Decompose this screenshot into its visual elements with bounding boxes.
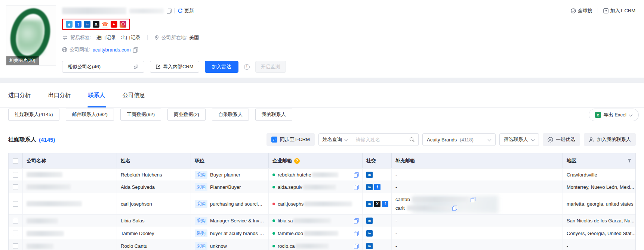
search-icon[interactable]: [409, 137, 415, 142]
linkedin-icon[interactable]: in: [366, 243, 373, 249]
subtab-我的联系人[interactable]: 我的联系人: [255, 109, 292, 121]
tab-公司信息[interactable]: 公司信息: [123, 83, 145, 107]
search-input[interactable]: [356, 137, 409, 143]
copy-email-icon[interactable]: [354, 185, 358, 190]
linkedin-icon[interactable]: in: [366, 218, 373, 224]
tcrm-icon: [603, 8, 608, 13]
x-icon[interactable]: X: [93, 21, 99, 28]
refresh-button[interactable]: 更新: [178, 7, 194, 14]
subtab-邮件联系人[interactable]: 邮件联系人(682): [66, 109, 114, 121]
column-company: 公司名称: [23, 153, 117, 168]
help-icon[interactable]: ?: [294, 158, 300, 164]
tab-出口分析[interactable]: 出口分析: [48, 83, 71, 107]
column-social: 社交: [363, 153, 392, 168]
table-row: carl josephson采购purchasing and sourcing …: [9, 193, 635, 214]
subtab-社媒联系人[interactable]: 社媒联系人(4145): [8, 109, 59, 121]
redacted-company-name: [27, 244, 53, 249]
refresh-icon: [178, 8, 183, 13]
linkedin-icon[interactable]: in: [366, 230, 373, 237]
join-tcrm-link[interactable]: 加入T-CRM: [603, 7, 635, 14]
row-checkbox[interactable]: [13, 184, 18, 190]
contact-region: San Nicolás de los Garza, Nu...: [563, 215, 635, 227]
copy-company-name-icon[interactable]: [167, 9, 171, 13]
row-checkbox[interactable]: [13, 243, 18, 249]
table-row: Rebekah Hutchens采购Buyer plannerrebekah.h…: [9, 168, 635, 181]
redacted-company-name-2: [129, 9, 164, 13]
enable-monitor-button[interactable]: 开启监测: [255, 61, 286, 73]
subtab-自采联系人[interactable]: 自采联系人: [212, 109, 249, 121]
copy-extra-email-icon[interactable]: [471, 197, 475, 202]
contacts-table: 公司名称 姓名 职位 企业邮箱 ? 社交 补充邮箱 地区 Rebekah Hut…: [8, 153, 636, 250]
instagram-icon[interactable]: [120, 21, 126, 28]
select-all-checkbox[interactable]: [13, 158, 18, 164]
import-records-link[interactable]: 进口记录: [96, 34, 116, 41]
company-header-card: 相关图片(20) 全球搜 加入T-CRM 更新 efinX☎▶ 贸易标签: 进口…: [0, 0, 644, 78]
table-body: Rebekah Hutchens采购Buyer plannerrebekah.h…: [9, 168, 635, 250]
tab-进口分析[interactable]: 进口分析: [8, 83, 31, 107]
filter-contacts-select[interactable]: 筛选联系人: [499, 133, 539, 146]
ie-icon[interactable]: e: [66, 21, 73, 28]
extra-email-value: -: [395, 218, 397, 224]
phone-icon[interactable]: ☎: [102, 21, 108, 28]
copy-website-icon[interactable]: [133, 47, 138, 52]
linkedin-icon[interactable]: in: [366, 184, 373, 190]
row-checkbox[interactable]: [13, 218, 18, 224]
add-radar-button[interactable]: 加入雷达: [205, 61, 238, 73]
chevron-down-icon: [629, 113, 632, 117]
chevron-down-icon: [488, 138, 491, 141]
linkedin-icon[interactable]: in: [366, 201, 373, 207]
row-checkbox[interactable]: [13, 231, 18, 236]
position-tag: 采购: [195, 229, 207, 237]
table-row: Aida Sepulveda采购Planner/Buyeraida.sepulv…: [9, 181, 635, 193]
contact-name: Libia Salas: [117, 215, 191, 227]
export-records-link[interactable]: 出口记录: [121, 34, 141, 41]
youtube-icon[interactable]: ▶: [111, 21, 117, 28]
email-text: rebekah.hutche: [278, 172, 311, 178]
subtab-商业数据[interactable]: 商业数据(2): [167, 109, 206, 121]
sync-tcrm-button[interactable]: ⇄ 同步至T-CRM: [266, 133, 315, 146]
facebook-icon[interactable]: f: [382, 201, 388, 207]
add-my-contacts-button[interactable]: 加入我的联系人: [584, 133, 636, 146]
similar-companies-button[interactable]: 相似公司名(46): [62, 61, 144, 73]
position-tag: 采购: [195, 242, 207, 250]
column-title: 职位: [191, 153, 269, 168]
company-logo[interactable]: 相关图片(20): [6, 5, 56, 66]
subtab-工商数据[interactable]: 工商数据(92): [120, 109, 161, 121]
contact-region: marietta, georgia, united states: [563, 193, 635, 214]
row-checkbox[interactable]: [13, 172, 18, 178]
global-search-link[interactable]: 全球搜: [571, 7, 592, 14]
email-text: tammie.doo: [278, 231, 303, 236]
redacted-email: [296, 244, 329, 249]
row-checkbox[interactable]: [13, 201, 18, 207]
copy-email-icon[interactable]: [354, 244, 358, 249]
linkedin-icon[interactable]: in: [366, 172, 373, 178]
website-link[interactable]: acuitybrands.com: [93, 47, 131, 53]
copy-email-icon[interactable]: [354, 172, 358, 177]
website-label: 公司网址:: [70, 46, 90, 53]
import-internal-crm-button[interactable]: 导入内部CRM: [150, 61, 199, 73]
contact-name: carl josephson: [117, 193, 191, 214]
name-search-field: [352, 133, 419, 146]
copy-email-icon[interactable]: [354, 218, 358, 223]
linkedin-icon[interactable]: in: [84, 21, 90, 28]
x-icon[interactable]: X: [374, 201, 380, 207]
company-filter-select[interactable]: Acuity Brands (4118): [422, 133, 496, 146]
info-icon[interactable]: !: [244, 64, 250, 70]
redacted-company-name: [62, 7, 126, 14]
filter-funnel-icon[interactable]: [627, 159, 632, 163]
related-images-badge[interactable]: 相关图片(20): [6, 56, 39, 65]
email-status-dot: [272, 203, 275, 205]
tab-联系人[interactable]: 联系人: [88, 83, 105, 107]
company-social-links: efinX☎▶: [62, 19, 130, 30]
copy-extra-email-icon[interactable]: [452, 206, 457, 210]
one-click-optimize-button[interactable]: 一键优选: [543, 133, 580, 146]
copy-email-icon[interactable]: [354, 231, 358, 236]
chevron-down-icon: [531, 138, 534, 141]
facebook-icon[interactable]: f: [75, 21, 81, 28]
column-region: 地区: [563, 153, 635, 168]
facebook-icon[interactable]: f: [374, 184, 380, 190]
export-excel-button[interactable]: x 导出 Excel: [589, 109, 639, 121]
position-tag: 采购: [195, 217, 207, 225]
contact-name: Rocio Cantu: [117, 240, 191, 250]
name-query-select[interactable]: 姓名查询: [318, 133, 352, 146]
